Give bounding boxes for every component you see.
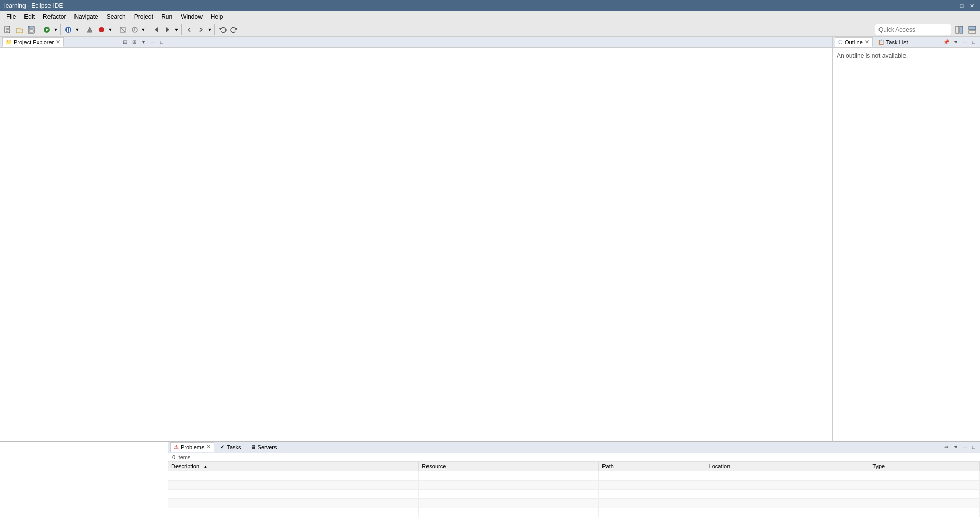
quick-access-area [875,24,978,35]
project-explorer-header: 📁 Project Explorer ✕ ⊟ ⊞ ▾ ─ □ [0,37,168,48]
next-button[interactable] [162,24,173,35]
col-description[interactable]: Description ▲ [168,462,419,471]
servers-icon: 🖥 [250,444,256,450]
open-button[interactable] [14,24,25,35]
debug-dropdown[interactable]: ▼ [74,24,80,35]
table-cell [419,499,599,508]
svg-point-17 [134,30,135,31]
problems-close[interactable]: ✕ [206,444,211,451]
view-menu-button[interactable] [967,24,978,35]
problems-tab[interactable]: ⚠ Problems ✕ [170,442,214,452]
outline-view-menu[interactable]: ▾ [951,38,960,46]
forward-button[interactable] [195,24,207,35]
table-cell [168,481,419,490]
nav-dropdown[interactable]: ▼ [174,24,179,35]
minimize-problems-button[interactable]: ─ [961,443,969,452]
project-explorer-tab[interactable]: 📁 Project Explorer ✕ [2,37,64,47]
table-cell [869,490,980,499]
svg-marker-19 [166,27,169,32]
svg-rect-6 [29,30,33,32]
link-with-editor-button[interactable]: ⊞ [130,38,138,46]
svg-rect-11 [69,28,70,32]
project-explorer-bottom [0,442,168,525]
table-cell [599,490,706,499]
pin-outline-button[interactable]: 📌 [942,38,950,46]
servers-label: Servers [258,444,277,451]
table-cell [706,471,869,481]
menu-navigate[interactable]: Navigate [70,11,102,22]
table-row [168,508,980,517]
fwd-dropdown[interactable]: ▼ [207,24,212,35]
outline-content: An outline is not available. [833,48,980,441]
maximize-outline-button[interactable]: □ [970,38,978,46]
minimize-pe-button[interactable]: ─ [148,38,157,46]
servers-tab[interactable]: 🖥 Servers [247,443,280,452]
tasks-tab[interactable]: ✔ Tasks [217,443,244,452]
run-dropdown[interactable]: ▼ [53,24,58,35]
svg-point-12 [99,27,104,32]
col-path[interactable]: Path [599,462,706,471]
outline-tab[interactable]: ⬡ Outline ✕ [835,37,873,47]
save-button[interactable] [26,24,37,35]
menu-window[interactable]: Window [177,11,207,22]
collapse-all-button[interactable]: ⊟ [121,38,129,46]
table-cell [168,471,419,481]
menu-search[interactable]: Search [103,11,130,22]
table-cell [419,490,599,499]
table-cell [869,471,980,481]
svg-rect-10 [67,28,68,32]
editor-content[interactable] [168,48,832,441]
table-cell [869,481,980,490]
maximize-problems-button[interactable]: □ [970,443,978,452]
menu-project[interactable]: Project [130,11,157,22]
tool5[interactable] [129,24,140,35]
problems-view-menu[interactable]: ▾ [951,443,960,452]
svg-rect-23 [960,26,963,33]
window-controls: ─ □ ✕ [947,2,976,9]
maximize-button[interactable]: □ [958,2,966,9]
close-button[interactable]: ✕ [968,2,976,9]
menu-run[interactable]: Run [157,11,177,22]
title-text: learning - Eclipse IDE [4,2,63,9]
quick-access-input[interactable] [875,24,951,35]
menu-edit[interactable]: Edit [20,11,39,22]
undo-button[interactable] [217,24,228,35]
view-menu-button-pe[interactable]: ▾ [139,38,147,46]
col-resource[interactable]: Resource [419,462,599,471]
build-button[interactable] [84,24,95,35]
menu-file[interactable]: File [2,11,20,22]
outline-icon: ⬡ [838,39,843,45]
run-last-tool[interactable] [41,24,53,35]
tool3-dropdown[interactable]: ▼ [108,24,113,35]
col-type[interactable]: Type [869,462,980,471]
svg-rect-24 [969,26,976,30]
outline-close[interactable]: ✕ [865,39,869,45]
maximize-pe-button[interactable]: □ [158,38,166,46]
editor-area [168,37,832,441]
minimize-outline-button[interactable]: ─ [961,38,969,46]
table-row [168,471,980,481]
project-explorer-content [0,48,168,441]
redo-button[interactable] [229,24,240,35]
new-button[interactable] [2,24,13,35]
title-bar: learning - Eclipse IDE ─ □ ✕ [0,0,980,11]
tool6-dropdown[interactable]: ▼ [141,24,146,35]
debug-button[interactable] [63,24,74,35]
table-cell [706,508,869,517]
tool2[interactable] [96,24,107,35]
menu-refactor[interactable]: Refactor [39,11,70,22]
perspective-button[interactable] [953,24,965,35]
project-explorer-close[interactable]: ✕ [56,39,60,45]
back-button[interactable] [184,24,195,35]
table-cell [706,499,869,508]
sep2 [60,24,61,35]
minimize-button[interactable]: ─ [947,2,956,9]
prev-button[interactable] [150,24,162,35]
menu-help[interactable]: Help [207,11,228,22]
tasklist-tab[interactable]: 📋 Task List [875,38,911,46]
project-explorer-icon: 📁 [6,39,12,45]
tool4[interactable] [117,24,129,35]
svg-rect-5 [29,26,33,29]
filter-problems-button[interactable]: ⇒ [942,443,950,452]
col-location[interactable]: Location [706,462,869,471]
